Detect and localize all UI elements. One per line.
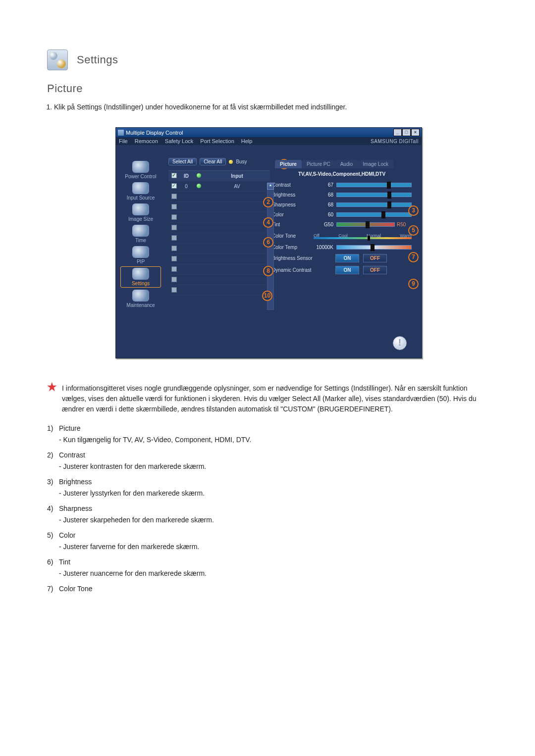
desc-title: Sharpness <box>59 504 490 514</box>
settings-icon <box>132 268 149 280</box>
description-list: 1) Picture - Kun tilgængelig for TV, AV,… <box>47 423 490 594</box>
desc-title: Brightness <box>59 477 490 487</box>
sidebar-item-pip[interactable]: PIP <box>121 245 160 265</box>
row-checkbox[interactable] <box>171 214 177 220</box>
sidebar-item-image-size[interactable]: Image Size <box>121 202 160 223</box>
row-checkbox[interactable] <box>171 266 177 272</box>
header-checkbox[interactable] <box>171 173 177 178</box>
maximize-button[interactable]: □ <box>402 129 411 136</box>
row-checkbox[interactable] <box>171 287 177 293</box>
row-id: 0 <box>179 184 193 189</box>
row-input: AV <box>204 184 270 189</box>
table-row[interactable] <box>168 254 270 264</box>
table-row[interactable] <box>168 223 270 233</box>
desc-sub: - Kun tilgængelig for TV, AV, S-Video, C… <box>59 435 490 445</box>
table-row[interactable] <box>168 285 270 296</box>
sidebar-item-maintenance[interactable]: Maintenance <box>121 289 160 309</box>
menu-help[interactable]: Help <box>241 138 253 144</box>
tab-picture[interactable]: Picture <box>275 160 302 168</box>
window-title: Multiple Display Control <box>126 130 183 136</box>
display-table: ID Input 0 AV <box>168 170 270 296</box>
desc-num: 1) <box>47 423 59 445</box>
callout-10: 10 <box>262 291 272 301</box>
sidebar-label: Image Size <box>121 216 160 222</box>
desc-title: Picture <box>59 423 490 434</box>
table-row[interactable] <box>168 192 270 202</box>
clear-all-button[interactable]: Clear All <box>200 158 226 165</box>
mdc-window: Multiple Display Control _ □ × File Remo… <box>115 127 422 358</box>
table-row[interactable] <box>168 202 270 212</box>
table-header-row: ID Input <box>168 171 270 181</box>
intro-step-1: Klik på Settings (Indstillinger) under h… <box>54 102 490 112</box>
dynamic-contrast-row: Dynamic Contrast ON OFF <box>272 264 412 276</box>
display-grid-area: Select All Clear All Busy ID Input 0 <box>165 145 272 358</box>
brightness-value: 68 <box>314 192 336 198</box>
tab-picture-pc[interactable]: Picture PC <box>302 160 335 168</box>
brand-label: SAMSUNG DIGITall <box>371 139 419 144</box>
tab-audio[interactable]: Audio <box>335 160 358 168</box>
table-row[interactable]: 0 AV <box>168 181 270 192</box>
maintenance-icon <box>132 290 149 302</box>
sidebar-item-settings[interactable]: Settings <box>120 266 161 288</box>
row-checkbox[interactable] <box>171 183 177 189</box>
desc-num: 7) <box>47 584 59 594</box>
menu-remocon[interactable]: Remocon <box>135 138 158 144</box>
row-checkbox[interactable] <box>171 246 177 251</box>
color-slider[interactable] <box>336 212 412 217</box>
menu-safety-lock[interactable]: Safety Lock <box>165 138 193 144</box>
sidebar-item-input-source[interactable]: Input Source <box>121 181 160 202</box>
color-tone-label: Color Tone <box>272 233 314 239</box>
sharpness-slider[interactable] <box>336 202 412 207</box>
brightness-sensor-off[interactable]: OFF <box>363 254 387 262</box>
contrast-label: Contrast <box>272 182 314 188</box>
dynamic-contrast-off[interactable]: OFF <box>363 266 387 274</box>
desc-num: 6) <box>47 557 59 579</box>
row-checkbox[interactable] <box>171 194 177 199</box>
col-input: Input <box>204 173 270 179</box>
settings-icon <box>47 50 68 70</box>
menu-file[interactable]: File <box>119 138 128 144</box>
color-temp-slider[interactable] <box>336 245 412 250</box>
scrollbar-up-button[interactable]: ▲ <box>267 183 274 190</box>
color-value: 60 <box>314 212 336 217</box>
desc-num: 4) <box>47 504 59 525</box>
warning-icon <box>393 336 407 350</box>
dynamic-contrast-on[interactable]: ON <box>335 266 359 274</box>
sidebar-label: Maintenance <box>121 302 160 308</box>
brightness-label: Brightness <box>272 192 314 198</box>
brightness-slider[interactable] <box>336 193 412 197</box>
tab-image-lock[interactable]: Image Lock <box>358 160 393 168</box>
callout-7: 7 <box>408 252 419 262</box>
table-row[interactable] <box>168 275 270 285</box>
status-icon <box>197 173 201 178</box>
contrast-slider[interactable] <box>336 183 412 187</box>
power-icon <box>132 161 149 173</box>
busy-indicator-icon <box>229 160 233 164</box>
table-row[interactable] <box>168 212 270 223</box>
row-checkbox[interactable] <box>171 235 177 241</box>
row-checkbox[interactable] <box>171 277 177 282</box>
sidebar-item-power-control[interactable]: Power Control <box>121 160 160 180</box>
dynamic-contrast-label: Dynamic Contrast <box>272 267 331 273</box>
tint-slider[interactable] <box>336 222 395 227</box>
pip-icon <box>132 246 149 258</box>
row-checkbox[interactable] <box>171 225 177 230</box>
sidebar-item-time[interactable]: Time <box>121 224 160 244</box>
menubar: File Remocon Safety Lock Port Selection … <box>116 137 422 145</box>
section-title-picture: Picture <box>47 82 490 95</box>
table-row[interactable] <box>168 264 270 275</box>
color-tone-selector[interactable]: Off Cool Normal Warm <box>314 233 412 238</box>
contrast-value: 67 <box>314 182 336 188</box>
mdc-titlebar: Multiple Display Control _ □ × <box>116 128 422 137</box>
minimize-button[interactable]: _ <box>393 129 402 136</box>
brightness-sensor-on[interactable]: ON <box>335 254 359 262</box>
settings-panel: ▲ 1 Picture Picture PC Audio Image Lock … <box>272 145 422 358</box>
table-row[interactable] <box>168 233 270 244</box>
sidebar-label: Time <box>121 238 160 243</box>
menu-port-selection[interactable]: Port Selection <box>200 138 234 144</box>
table-row[interactable] <box>168 244 270 254</box>
row-checkbox[interactable] <box>171 204 177 209</box>
row-checkbox[interactable] <box>171 256 177 261</box>
select-all-button[interactable]: Select All <box>168 158 197 165</box>
close-button[interactable]: × <box>411 129 420 136</box>
